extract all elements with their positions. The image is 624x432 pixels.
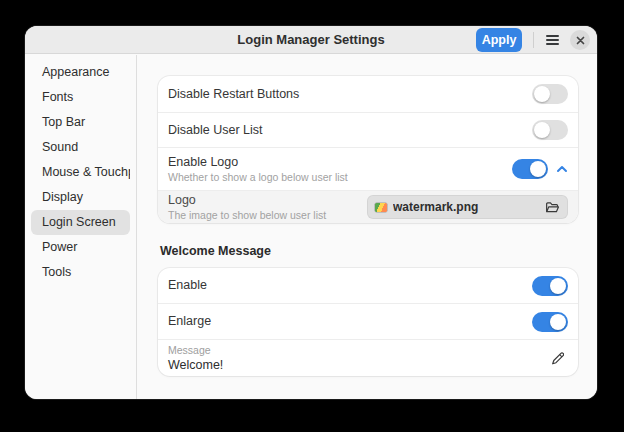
sidebar-item-appearance[interactable]: Appearance bbox=[31, 60, 130, 85]
sidebar-item-power[interactable]: Power bbox=[31, 235, 130, 260]
row-disable-restart-buttons: Disable Restart Buttons bbox=[158, 76, 578, 112]
login-screen-options-card: Disable Restart Buttons Disable User Lis… bbox=[158, 76, 578, 223]
message-field-value: Welcome! bbox=[168, 357, 546, 373]
logo-file-chooser-button[interactable]: watermark.png bbox=[367, 195, 568, 219]
titlebar-separator bbox=[533, 32, 534, 48]
titlebar: Login Manager Settings Apply bbox=[25, 26, 597, 54]
disable-user-list-switch[interactable] bbox=[532, 120, 568, 140]
welcome-enable-switch[interactable] bbox=[532, 276, 568, 296]
message-edit-button[interactable] bbox=[546, 347, 568, 369]
file-chooser-icon bbox=[545, 201, 560, 214]
logo-expander-button[interactable] bbox=[556, 165, 568, 173]
logo-file-name: watermark.png bbox=[393, 200, 545, 214]
row-enable-logo[interactable]: Enable Logo Whether to show a logo below… bbox=[158, 147, 578, 190]
row-subtitle: Whether to show a logo below user list bbox=[168, 171, 512, 183]
expander-icon bbox=[556, 165, 568, 173]
close-button[interactable] bbox=[570, 30, 590, 50]
row-title: Enlarge bbox=[168, 314, 532, 329]
welcome-message-heading: Welcome Message bbox=[160, 244, 597, 259]
login-manager-settings-window: Login Manager Settings Apply Appearance … bbox=[25, 26, 597, 399]
welcome-enlarge-switch[interactable] bbox=[532, 312, 568, 332]
welcome-message-card: Enable Enlarge Message Welcome! bbox=[158, 268, 578, 376]
row-title: Enable Logo bbox=[168, 155, 512, 170]
sidebar-item-fonts[interactable]: Fonts bbox=[31, 85, 130, 110]
menu-button[interactable] bbox=[541, 30, 563, 50]
sidebar-item-top-bar[interactable]: Top Bar bbox=[31, 110, 130, 135]
disable-restart-buttons-switch[interactable] bbox=[532, 84, 568, 104]
edit-icon bbox=[551, 352, 564, 365]
apply-button[interactable]: Apply bbox=[476, 28, 522, 52]
row-logo-file: Logo The image to show below user list w… bbox=[158, 190, 578, 223]
sidebar-item-sound[interactable]: Sound bbox=[31, 135, 130, 160]
row-welcome-enlarge: Enlarge bbox=[158, 303, 578, 339]
enable-logo-switch[interactable] bbox=[512, 159, 548, 179]
login-screen-page: Disable Restart Buttons Disable User Lis… bbox=[137, 55, 597, 399]
row-welcome-enable: Enable bbox=[158, 268, 578, 303]
sidebar-item-display[interactable]: Display bbox=[31, 185, 130, 210]
message-field-label: Message bbox=[168, 344, 546, 357]
row-title: Disable Restart Buttons bbox=[168, 87, 532, 102]
sidebar-item-tools[interactable]: Tools bbox=[31, 260, 130, 285]
logo-thumbnail-icon bbox=[375, 203, 387, 212]
sidebar-item-login-screen[interactable]: Login Screen bbox=[31, 210, 130, 235]
close-icon bbox=[576, 36, 585, 45]
sidebar-item-mouse-touchpad[interactable]: Mouse & Touchpad bbox=[31, 160, 130, 185]
sidebar: Appearance Fonts Top Bar Sound Mouse & T… bbox=[25, 55, 137, 399]
row-subtitle: The image to show below user list bbox=[168, 209, 367, 221]
row-title: Logo bbox=[168, 193, 367, 208]
row-disable-user-list: Disable User List bbox=[158, 112, 578, 147]
row-title: Enable bbox=[168, 278, 532, 293]
row-title: Disable User List bbox=[168, 123, 532, 138]
row-welcome-message[interactable]: Message Welcome! bbox=[158, 339, 578, 376]
